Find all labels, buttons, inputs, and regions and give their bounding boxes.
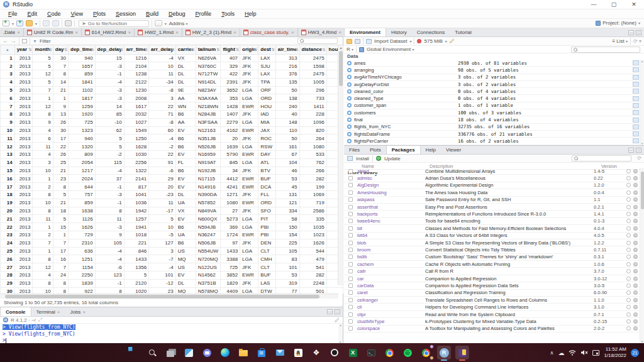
tab-history[interactable]: History [386,28,412,36]
browse-package-icon[interactable] [626,255,631,259]
table-row[interactable]: 72013129125914161722WNN218WN1428EWRHOU24… [1,102,343,111]
save-all-icon[interactable] [52,20,59,26]
browse-package-icon[interactable] [626,283,631,288]
table-row[interactable]: 12013530940151216-4VXN626VA407JFKLAX3132… [1,54,343,62]
table-row[interactable]: 520137211102-31230-89EN823AY3652LGAORF50… [1,86,343,94]
sort-icon[interactable]: ⇅ [49,47,52,52]
wifi-icon[interactable] [569,349,576,356]
chrome-icon[interactable] [382,346,396,359]
sort-icon[interactable]: ⇅ [172,47,175,52]
browse-package-icon[interactable] [626,326,631,331]
tab-files[interactable]: Files [344,146,365,154]
terminal-icon[interactable]: >_ [364,346,378,359]
column-header-day[interactable]: day⇅ [53,45,68,54]
rstudio-icon[interactable]: R [437,346,451,359]
taskview-icon[interactable] [164,346,177,359]
source-tab-614-hw2-rmd[interactable]: 614_HW2.Rmd× [82,28,135,36]
table-row[interactable]: 22013571657-3210410DLN3760C329JFKSJU2161… [1,62,343,70]
view-table-icon[interactable] [633,103,639,108]
package-checkbox[interactable] [348,212,353,216]
table-row[interactable]: 162013123202437214129EVN171154412EWRBUF5… [1,175,343,183]
package-checkbox[interactable] [348,283,353,288]
tab-connections[interactable]: Connections [412,28,450,36]
minimize-button[interactable]: — [584,0,604,9]
notification-badge[interactable]: 21 [631,349,639,357]
package-checkbox[interactable] [348,305,353,309]
view-table-icon[interactable] [633,131,639,136]
view-table-icon[interactable] [633,118,639,123]
touch-keyboard-icon[interactable] [592,350,599,356]
column-header-tailnum[interactable]: tailnum⇅ [196,45,221,54]
table-row[interactable]: 2720131271154-61356-4USN122US725JFKCLT10… [1,263,343,272]
menu-help[interactable]: Help [240,11,261,17]
console-scrollbar[interactable] [338,324,343,344]
clear-objects-icon[interactable]: 🖉 [450,38,455,44]
sort-icon[interactable]: ⇅ [91,47,94,52]
package-name-link[interactable]: askpass [357,197,425,202]
import-dataset-button[interactable]: Import Dataset [374,38,407,44]
environment-object-cleaned_Type[interactable]: cleaned_Type0 obs. of 4 variables [344,95,644,102]
scope-selector[interactable]: Global Environment ▾ [367,47,414,52]
browse-package-icon[interactable] [626,219,631,223]
pkg-minimize-icon[interactable]: — [628,148,634,153]
sort-icon[interactable]: ⇅ [272,47,275,52]
environment-scrollbar[interactable] [640,60,644,145]
load-workspace-icon[interactable] [347,39,352,44]
package-name-link[interactable]: caret [357,290,425,295]
sort-icon[interactable]: ⇅ [295,47,298,52]
amazon-icon[interactable]: a [291,346,305,359]
menu-tools[interactable]: Tools [217,11,239,17]
remove-package-icon[interactable]: × [633,219,638,223]
browse-package-icon[interactable] [626,241,631,245]
browse-package-icon[interactable] [626,212,631,216]
package-name-link[interactable]: colorspace [357,326,425,331]
remove-package-icon[interactable]: × [633,226,638,231]
view-table-icon[interactable] [633,60,639,65]
sort-icon[interactable]: ⇅ [145,47,148,52]
package-name-link[interactable]: assertthat [357,204,425,210]
table-row[interactable]: 92013926725-101027-8AAN3FSAA2279LGAMIA14… [1,118,343,126]
table-row[interactable]: 242013772310105221127B6N506JB97JFKDEN225… [1,239,343,247]
browse-package-icon[interactable] [626,169,631,173]
env-minimize-icon[interactable]: — [628,30,634,35]
menu-code[interactable]: Code [43,11,65,17]
package-name-link[interactable]: broom [357,247,425,253]
close-icon[interactable]: × [75,30,78,35]
column-header-dest[interactable]: dest⇅ [258,45,276,54]
column-header-year[interactable]: year⇅ [14,45,33,54]
package-checkbox[interactable] [348,169,353,173]
tab-plots[interactable]: Plots [365,146,386,154]
remove-package-icon[interactable]: × [633,283,638,288]
table-row[interactable]: 21201311511261112575EVN600QX5273LGAPIT58… [1,215,343,223]
view-table-icon[interactable] [633,96,639,101]
onedrive-cloud-icon[interactable]: ☁ [558,349,564,356]
table-row[interactable]: 62013111817-320083AAN3AXAA353LGAORD13873… [1,94,343,102]
table-row[interactable]: 3020131089228102023MQN578MQ4409LGADTW775… [1,287,343,293]
remove-package-icon[interactable]: × [633,326,638,331]
search-icon[interactable] [145,346,159,359]
tab-packages[interactable]: Packages [386,146,421,154]
close-icon[interactable]: × [82,309,86,315]
open-in-window-icon[interactable] [22,39,27,43]
browse-package-icon[interactable] [626,176,631,180]
close-icon[interactable]: × [128,30,131,35]
close-icon[interactable]: × [57,309,60,315]
chrome2-icon[interactable] [419,346,433,359]
addins-button[interactable]: Addins ▾ [169,21,188,26]
tab-console[interactable]: Console [0,307,31,316]
close-icon[interactable]: × [233,30,236,35]
package-checkbox[interactable] [348,262,353,266]
remove-package-icon[interactable]: × [633,298,638,302]
table-row[interactable]: 32013128859-1123811DLN712TW422JFKLAX3762… [1,70,343,79]
clear-console-icon[interactable]: 🖉 [335,317,340,323]
spotify-icon[interactable] [401,346,414,359]
filter-button[interactable]: Filter [40,38,51,44]
table-row[interactable]: 132013426809-2103022EVN169595790EWRDAY67… [1,151,343,159]
environment-object-ames[interactable]: ames2930 obs. of 81 variables [344,60,644,67]
package-checkbox[interactable] [348,319,353,324]
package-checkbox[interactable] [348,190,353,195]
table-row[interactable]: 1420133252054115225691FLN919AT845LGAATL1… [1,158,343,167]
notes-icon[interactable] [455,346,469,359]
column-header-distance[interactable]: distance⇅ [299,45,326,54]
close-icon[interactable]: × [338,30,341,35]
